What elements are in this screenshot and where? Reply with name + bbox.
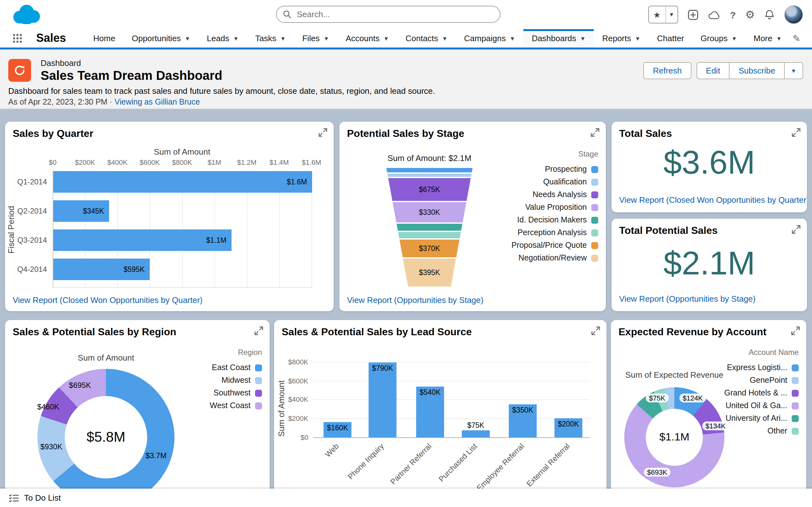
nav-item-accounts[interactable]: Accounts▼	[338, 29, 397, 48]
funnel-segment-prospecting[interactable]	[386, 168, 473, 172]
setup-gear-icon[interactable]: ⚙	[745, 8, 755, 21]
funnel-segment-proposal-price-quote[interactable]: $370K	[386, 239, 473, 257]
chevron-down-icon: ▼	[185, 35, 190, 42]
legend-item: Midwest	[210, 374, 262, 387]
global-search[interactable]	[276, 6, 501, 23]
funnel-segment-value-proposition[interactable]: $330K	[386, 202, 473, 222]
widget-title: Expected Revenue by Account	[618, 326, 767, 338]
funnel-segment-negotiation-review[interactable]: $395K	[386, 259, 473, 286]
view-report-link[interactable]: View Report (Closed Won Opportunities by…	[619, 195, 807, 205]
nav-item-reports[interactable]: Reports▼	[594, 29, 649, 48]
refresh-button[interactable]: Refresh	[644, 62, 692, 79]
legend-swatch	[255, 389, 262, 396]
gridline	[313, 381, 590, 382]
upload-cloud-icon[interactable]	[708, 10, 720, 19]
avatar[interactable]	[784, 5, 803, 24]
notifications-bell-icon[interactable]	[764, 9, 774, 20]
favorites-dropdown-icon[interactable]: ▼	[666, 11, 677, 18]
expand-icon[interactable]	[254, 326, 263, 335]
edit-button[interactable]: Edit	[697, 62, 730, 79]
chevron-down-icon: ▼	[442, 35, 448, 42]
global-actions-icon[interactable]	[687, 9, 698, 20]
expand-icon[interactable]	[792, 128, 801, 137]
app-nav: Sales Home Opportunities▼ Leads▼ Tasks▼ …	[0, 29, 812, 49]
expand-icon[interactable]	[591, 326, 600, 335]
more-actions-dropdown[interactable]: ▼	[784, 62, 803, 79]
widget-title: Sales & Potential Sales by Lead Source	[282, 326, 472, 338]
legend-title: Account Name	[724, 348, 799, 357]
legend-label: Southwest	[213, 389, 251, 397]
donut-chart-region[interactable]: $5.8M	[38, 369, 174, 506]
segment-value-label: $930K	[34, 442, 69, 451]
widget-potential-sales-by-stage: Potential Sales by Stage Sum of Amount: …	[339, 122, 606, 311]
view-report-link[interactable]: View Report (Opportunities by Stage)	[347, 295, 484, 305]
nav-item-label: Dashboards	[531, 34, 576, 43]
nav-item-home[interactable]: Home	[85, 29, 123, 48]
expand-icon[interactable]	[591, 128, 600, 137]
viewing-as-link[interactable]: Viewing as Gillian Bruce	[114, 98, 200, 107]
nav-item-chatter[interactable]: Chatter	[649, 29, 692, 48]
bar-chart-plot: $160K $790K $540K $75K $350K $200K	[313, 362, 590, 438]
bar-phone-inquiry[interactable]	[368, 362, 397, 437]
search-icon	[283, 10, 291, 18]
donut-axis-title: Sum of Amount	[55, 353, 157, 362]
bar-q4[interactable]: $595K	[53, 259, 150, 280]
legend-label: Value Proposition	[525, 203, 587, 212]
search-input[interactable]	[296, 9, 494, 20]
expand-icon[interactable]	[318, 128, 327, 137]
legend-label: Id. Decision Makers	[517, 216, 587, 224]
edit-nav-pencil-icon[interactable]: ✎	[793, 33, 801, 44]
widget-title: Potential Sales by Stage	[347, 128, 464, 139]
todo-list-button[interactable]: To Do List	[24, 493, 61, 503]
funnel-segment-perception-analysis[interactable]	[386, 232, 473, 238]
meta-separator: ·	[110, 98, 112, 107]
nav-item-groups[interactable]: Groups▼	[693, 29, 745, 48]
nav-item-tasks[interactable]: Tasks▼	[247, 29, 294, 48]
metric-value: $2.1M	[612, 244, 807, 282]
widget-expected-revenue-by-account: Expected Revenue by Account Sum of Expec…	[611, 320, 806, 507]
bar-q2[interactable]: $345K	[53, 200, 109, 222]
funnel-segment-id-decision-makers[interactable]	[386, 224, 473, 231]
legend-swatch	[792, 415, 799, 422]
widget-title: Sales & Potential Sales by Region	[13, 326, 176, 338]
bar-q3[interactable]: $1.1M	[53, 229, 232, 251]
nav-item-dashboards[interactable]: Dashboards▼	[523, 29, 594, 48]
funnel-segment-needs-analysis[interactable]: $675K	[386, 178, 473, 201]
legend-label: Qualification	[543, 177, 587, 186]
expand-icon[interactable]	[791, 326, 800, 335]
favorites-star-icon[interactable]: ★	[649, 10, 665, 19]
bar-value-label: $790K	[368, 364, 397, 372]
funnel-segment-qualification[interactable]	[386, 174, 473, 177]
utility-bar: To Do List	[0, 489, 812, 507]
app-launcher-icon[interactable]	[13, 34, 22, 43]
nav-item-leads[interactable]: Leads▼	[199, 29, 247, 48]
dashboard-canvas: Sales by Quarter Sum of Amount $0 $200K …	[0, 108, 812, 507]
bar-value-label: $350K	[509, 406, 537, 414]
nav-item-more[interactable]: More▼	[745, 29, 790, 48]
as-of-timestamp: As of Apr 22, 2023, 2:30 PM	[8, 98, 107, 107]
nav-item-label: Campaigns	[464, 34, 506, 43]
dashboard-meta: As of Apr 22, 2023, 2:30 PM · Viewing as…	[8, 98, 200, 107]
donut-chart-expected-revenue[interactable]: $1.1M	[624, 387, 724, 487]
dashboard-action-group: Edit Subscribe ▼	[697, 62, 803, 79]
dashboard-row-1: Sales by Quarter Sum of Amount $0 $200K …	[5, 122, 807, 311]
bar-purchased-list[interactable]	[462, 430, 490, 437]
bar-value-label: $540K	[416, 389, 444, 396]
widget-total-sales: Total Sales $3.6M View Report (Closed Wo…	[612, 122, 807, 212]
legend-item: Qualification	[511, 176, 598, 188]
nav-item-campaigns[interactable]: Campaigns▼	[456, 29, 523, 48]
subscribe-button[interactable]: Subscribe	[729, 62, 785, 79]
chevron-down-icon: ▼	[580, 35, 586, 42]
view-report-link[interactable]: View Report (Closed Won Opportunities by…	[13, 295, 203, 305]
nav-item-contacts[interactable]: Contacts▼	[397, 29, 456, 48]
legend-title: Region	[210, 348, 262, 357]
expand-icon[interactable]	[792, 225, 801, 234]
nav-item-label: Files	[302, 34, 320, 43]
nav-item-opportunities[interactable]: Opportunities▼	[123, 29, 199, 48]
bar-value-label: $200K	[554, 420, 582, 428]
x-tick: $400K	[101, 158, 133, 166]
bar-q1[interactable]: $1.6M	[53, 171, 312, 193]
view-report-link[interactable]: View Report (Opportunities by Stage)	[619, 294, 756, 303]
nav-item-files[interactable]: Files▼	[294, 29, 338, 48]
help-icon[interactable]: ?	[730, 9, 735, 20]
